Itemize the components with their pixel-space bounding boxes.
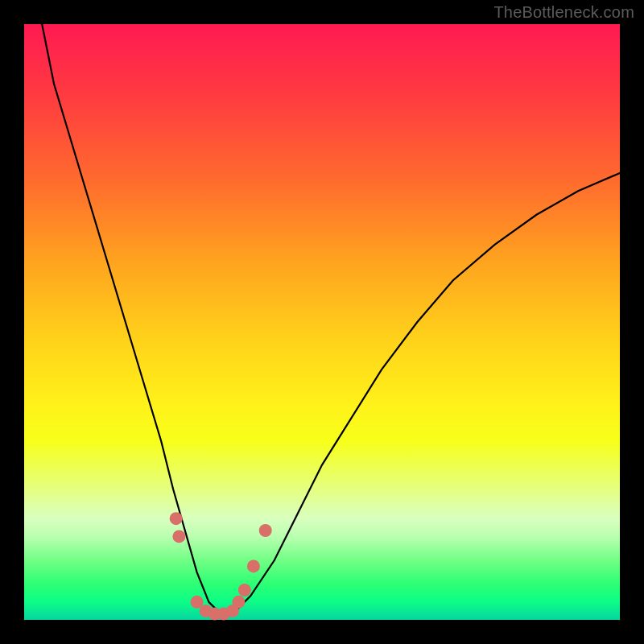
chart-svg	[24, 24, 620, 620]
plot-area	[24, 24, 620, 620]
data-marker	[247, 559, 260, 572]
data-marker	[232, 596, 245, 609]
data-marker	[259, 524, 272, 537]
data-marker	[238, 584, 251, 597]
watermark-text: TheBottleneck.com	[493, 3, 634, 22]
data-marker	[170, 512, 183, 525]
bottleneck-curve	[42, 24, 620, 614]
data-marker	[172, 530, 185, 543]
chart-outer: TheBottleneck.com	[0, 0, 644, 644]
